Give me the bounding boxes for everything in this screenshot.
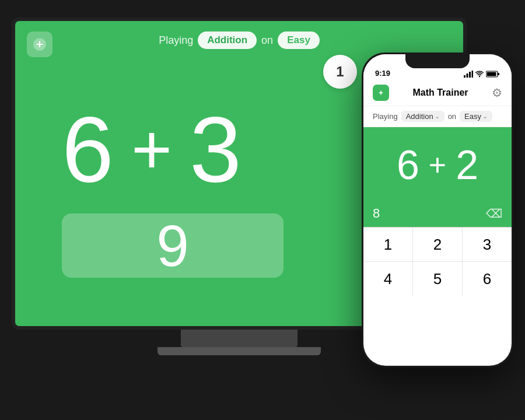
settings-icon[interactable]: ⚙ xyxy=(492,86,502,100)
delete-button[interactable]: ⌫ xyxy=(486,206,502,220)
tv-operand2: 3 xyxy=(190,103,242,196)
svg-rect-2 xyxy=(467,74,468,78)
phone-answer-bar: 8 ⌫ xyxy=(363,200,512,227)
phone-difficulty-select[interactable]: Easy xyxy=(460,111,492,122)
battery-icon xyxy=(486,71,500,78)
tv-operand1: 6 xyxy=(62,103,114,196)
wifi-icon xyxy=(475,71,484,78)
svg-rect-8 xyxy=(487,72,496,76)
phone-on-label: on xyxy=(448,112,456,121)
keypad-1[interactable]: 1 xyxy=(363,228,412,261)
tv-difficulty-badge: Easy xyxy=(278,32,320,49)
tv-on-label: on xyxy=(261,34,273,47)
keypad-3[interactable]: 3 xyxy=(463,228,512,261)
svg-rect-3 xyxy=(469,72,471,78)
phone-notch xyxy=(405,54,470,68)
phone-operand1: 6 xyxy=(397,145,419,186)
tv-mode-badge: Addition xyxy=(198,32,257,49)
phone-app-icon xyxy=(373,85,389,101)
phone-time: 9:19 xyxy=(375,69,390,78)
keypad-6[interactable]: 6 xyxy=(463,262,512,296)
phone-answer-value: 8 xyxy=(373,206,380,221)
signal-icon xyxy=(464,71,473,78)
svg-rect-4 xyxy=(472,71,474,78)
phone-status-icons xyxy=(464,71,500,78)
tv-operator: + xyxy=(131,114,172,184)
tv-base xyxy=(158,347,321,355)
phone-sub-bar: Playing Addition on Easy xyxy=(363,106,512,127)
keypad-5[interactable]: 5 xyxy=(413,262,462,296)
tv-playing-label: Playing xyxy=(159,34,193,47)
svg-rect-7 xyxy=(498,73,499,75)
tv-status-bar: Playing Addition on Easy xyxy=(15,32,463,49)
tv-answer: 9 xyxy=(156,216,189,275)
svg-point-5 xyxy=(479,76,480,77)
phone-operator: + xyxy=(429,148,446,183)
phone-inner: 9:19 xyxy=(363,54,512,366)
tv-answer-box: 9 xyxy=(62,214,284,278)
phone-mode-select[interactable]: Addition xyxy=(401,111,444,122)
phone-body: 9:19 xyxy=(362,52,513,368)
keypad-4[interactable]: 4 xyxy=(363,262,412,296)
phone-math-area: 6 + 2 xyxy=(363,127,512,200)
choice-1[interactable]: 1 xyxy=(323,55,357,89)
phone-container: 9:19 xyxy=(362,52,513,368)
main-scene: Playing Addition on Easy 1 2 3 6 + 3 xyxy=(12,18,513,402)
phone-app-title: Math Trainer xyxy=(412,88,468,98)
svg-rect-1 xyxy=(464,75,466,78)
phone-playing-label: Playing xyxy=(373,112,398,121)
phone-keypad: 1 2 3 4 5 6 xyxy=(363,227,512,296)
keypad-2[interactable]: 2 xyxy=(413,228,462,261)
phone-gamepad-icon xyxy=(376,88,386,97)
phone-operand2: 2 xyxy=(456,145,478,186)
phone-app-header: Math Trainer ⚙ xyxy=(363,80,512,106)
tv-stand xyxy=(181,330,298,347)
